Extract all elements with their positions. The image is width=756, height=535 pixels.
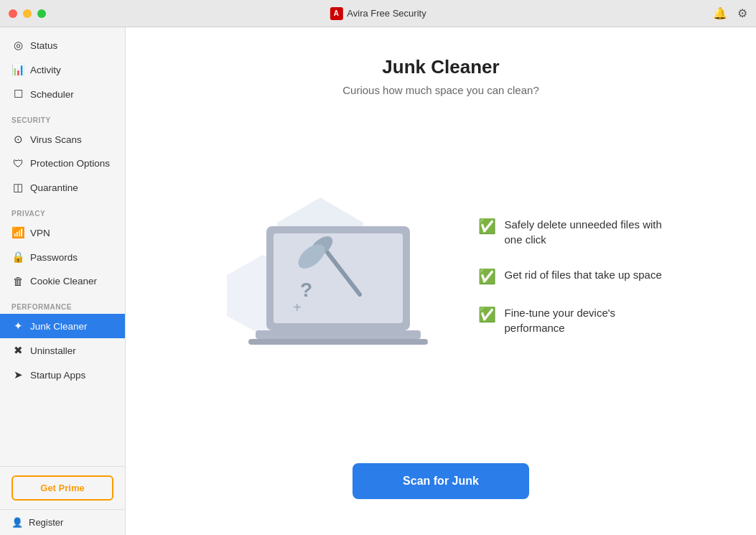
- sidebar-label-quarantine: Quarantine: [30, 182, 78, 193]
- sidebar-label-register: Register: [29, 517, 63, 528]
- check-icon-2: ✅: [478, 268, 496, 285]
- junk-cleaner-illustration: ? +: [205, 169, 435, 384]
- features-list: ✅ Safely delete unneeded files with one …: [478, 217, 677, 335]
- content-body: ? + ✅ Safely delete unneeded files with …: [126, 111, 756, 442]
- vpn-icon: 📶: [11, 226, 24, 239]
- sidebar-item-quarantine[interactable]: ◫ Quarantine: [0, 175, 125, 200]
- sidebar-label-startup-apps: Startup Apps: [30, 370, 85, 381]
- register-icon: 👤: [11, 517, 23, 528]
- protection-options-icon: 🛡: [11, 157, 24, 169]
- feature-text-1: Safely delete unneeded files with one cl…: [505, 217, 677, 247]
- sidebar-item-virus-scans[interactable]: ⊙ Virus Scans: [0, 127, 125, 152]
- uninstaller-icon: ✖: [11, 344, 24, 357]
- sidebar-item-protection-options[interactable]: 🛡 Protection Options: [0, 152, 125, 175]
- scan-button-container: Scan for Junk: [353, 442, 529, 535]
- content-header: Junk Cleaner Curious how much space you …: [314, 27, 568, 111]
- sidebar-item-vpn[interactable]: 📶 VPN: [0, 220, 125, 245]
- app-title-group: A Avira Free Security: [330, 7, 426, 20]
- virus-scans-icon: ⊙: [11, 133, 24, 146]
- svg-text:+: +: [293, 299, 302, 315]
- status-icon: ◎: [11, 39, 24, 52]
- minimize-button[interactable]: [23, 9, 32, 18]
- section-label-performance: Performance: [0, 293, 125, 314]
- title-bar-actions: 🔔 ⚙: [713, 6, 747, 20]
- sidebar-item-uninstaller[interactable]: ✖ Uninstaller: [0, 338, 125, 363]
- main-layout: ◎ Status 📊 Activity ☐ Scheduler Security…: [0, 27, 756, 535]
- junk-cleaner-icon: ✦: [11, 320, 24, 332]
- svg-rect-11: [248, 339, 428, 345]
- sidebar-item-startup-apps[interactable]: ➤ Startup Apps: [0, 363, 125, 387]
- activity-icon: 📊: [11, 63, 24, 76]
- sidebar-label-uninstaller: Uninstaller: [30, 345, 76, 356]
- scheduler-icon: ☐: [11, 88, 24, 101]
- sidebar-label-virus-scans: Virus Scans: [30, 134, 82, 145]
- sidebar-item-activity[interactable]: 📊 Activity: [0, 57, 125, 82]
- sidebar-label-junk-cleaner: Junk Cleaner: [30, 321, 88, 332]
- get-prime-container: Get Prime: [0, 466, 125, 509]
- feature-text-2: Get rid of files that take up space: [505, 267, 662, 282]
- section-label-privacy: Privacy: [0, 200, 125, 220]
- feature-text-3: Fine-tune your device's performance: [505, 305, 677, 335]
- maximize-button[interactable]: [37, 9, 46, 18]
- traffic-lights: [9, 9, 46, 18]
- get-prime-button[interactable]: Get Prime: [11, 475, 113, 501]
- check-icon-1: ✅: [478, 218, 496, 235]
- feature-item-3: ✅ Fine-tune your device's performance: [478, 305, 677, 335]
- svg-rect-10: [256, 330, 421, 339]
- app-title: Avira Free Security: [347, 8, 426, 19]
- cookie-cleaner-icon: 🗑: [11, 275, 24, 287]
- feature-item-1: ✅ Safely delete unneeded files with one …: [478, 217, 677, 247]
- passwords-icon: 🔒: [11, 251, 24, 264]
- settings-icon[interactable]: ⚙: [737, 6, 747, 20]
- avira-logo: A: [330, 7, 342, 20]
- sidebar-item-register[interactable]: 👤 Register: [0, 509, 125, 535]
- sidebar-item-status[interactable]: ◎ Status: [0, 33, 125, 57]
- sidebar-label-activity: Activity: [30, 65, 61, 75]
- sidebar-label-vpn: VPN: [30, 228, 50, 238]
- scan-for-junk-button[interactable]: Scan for Junk: [353, 463, 529, 499]
- content-area: Junk Cleaner Curious how much space you …: [126, 27, 756, 535]
- sidebar-label-status: Status: [30, 40, 57, 51]
- sidebar-item-junk-cleaner[interactable]: ✦ Junk Cleaner: [0, 314, 125, 338]
- page-subtitle: Curious how much space you can clean?: [342, 84, 539, 96]
- sidebar-label-passwords: Passwords: [30, 252, 78, 263]
- startup-apps-icon: ➤: [11, 368, 24, 381]
- sidebar-label-protection-options: Protection Options: [30, 158, 110, 169]
- sidebar-item-cookie-cleaner[interactable]: 🗑 Cookie Cleaner: [0, 269, 125, 293]
- svg-text:?: ?: [300, 279, 312, 301]
- sidebar-item-scheduler[interactable]: ☐ Scheduler: [0, 82, 125, 106]
- close-button[interactable]: [9, 9, 17, 18]
- sidebar-label-cookie-cleaner: Cookie Cleaner: [30, 276, 97, 287]
- sidebar: ◎ Status 📊 Activity ☐ Scheduler Security…: [0, 27, 126, 535]
- section-label-security: Security: [0, 106, 125, 127]
- check-icon-3: ✅: [478, 306, 496, 323]
- quarantine-icon: ◫: [11, 181, 24, 194]
- feature-item-2: ✅ Get rid of files that take up space: [478, 267, 677, 285]
- page-title: Junk Cleaner: [342, 56, 539, 78]
- notifications-icon[interactable]: 🔔: [713, 6, 727, 20]
- sidebar-item-passwords[interactable]: 🔒 Passwords: [0, 245, 125, 269]
- sidebar-label-scheduler: Scheduler: [30, 89, 74, 100]
- title-bar: A Avira Free Security 🔔 ⚙: [0, 0, 756, 27]
